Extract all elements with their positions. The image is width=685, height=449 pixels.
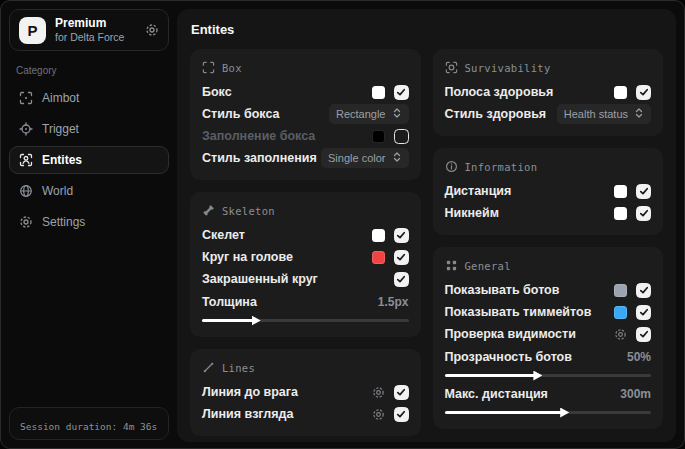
session-duration: Session duration: 4m 36s — [9, 407, 169, 440]
sidebar-item-world[interactable]: World — [9, 177, 169, 205]
checkbox[interactable] — [636, 85, 651, 100]
bot-opacity-slider[interactable] — [445, 374, 652, 377]
slider-value: 1.5px — [378, 295, 409, 309]
sidebar-item-label: Entites — [42, 153, 82, 167]
sidebar-item-trigget[interactable]: Trigget — [9, 115, 169, 143]
setting-label: Толщина — [202, 295, 257, 309]
app-window: P Premium for Delta Force Category Aimbo… — [0, 0, 685, 449]
setting-label: Скелет — [202, 228, 245, 242]
setting-label: Линия взгляда — [202, 407, 293, 421]
setting-row: Полоса здоровья — [445, 81, 652, 103]
setting-row: Показывать ботов — [445, 279, 652, 301]
bone-icon — [202, 204, 215, 217]
color-swatch[interactable] — [372, 229, 385, 242]
setting-label: Никнейм — [445, 206, 499, 220]
box-corners-icon — [202, 61, 215, 74]
setting-row: Стиль заполнения Single color — [202, 147, 409, 169]
column-right: Survivability Полоса здоровья Стиль здор… — [433, 49, 664, 436]
setting-row: Линия до врага — [202, 381, 409, 403]
setting-row: Круг на голове — [202, 246, 409, 268]
checkbox[interactable] — [636, 206, 651, 221]
setting-label: Стиль бокса — [202, 107, 279, 121]
chevrons-up-down-icon — [634, 107, 644, 121]
category-label: Category — [16, 65, 162, 76]
color-swatch[interactable] — [614, 284, 627, 297]
color-swatch[interactable] — [372, 130, 385, 143]
color-swatch[interactable] — [614, 86, 627, 99]
color-swatch[interactable] — [372, 86, 385, 99]
max-distance-slider[interactable] — [445, 411, 652, 414]
sidebar-item-settings[interactable]: Settings — [9, 208, 169, 236]
setting-label: Стиль здоровья — [445, 107, 547, 121]
sidebar-item-label: Settings — [42, 215, 85, 229]
card-skeleton: Skeleton Скелет Круг на голове — [190, 192, 421, 337]
thickness-slider[interactable] — [202, 319, 409, 322]
setting-row: Скелет — [202, 224, 409, 246]
color-swatch[interactable] — [372, 251, 385, 264]
slider-value: 300m — [620, 387, 651, 401]
checkbox[interactable] — [394, 85, 409, 100]
card-survivability: Survivability Полоса здоровья Стиль здор… — [433, 49, 664, 136]
gear-icon — [19, 215, 33, 229]
grid-icon — [445, 259, 458, 272]
setting-label: Закрашенный круг — [202, 272, 318, 286]
sidebar-item-label: Trigget — [42, 122, 79, 136]
card-title: Information — [465, 161, 538, 173]
setting-label: Бокс — [202, 85, 232, 99]
brand-card: P Premium for Delta Force — [9, 9, 169, 51]
brand-subtitle: for Delta Force — [55, 31, 124, 44]
checkbox[interactable] — [636, 184, 651, 199]
page-title: Entites — [191, 22, 662, 37]
gear-icon[interactable] — [372, 408, 385, 421]
select-value: Rectangle — [336, 108, 386, 120]
checkbox[interactable] — [394, 228, 409, 243]
brand-text: Premium for Delta Force — [55, 16, 124, 44]
setting-row: Проверка видимости — [445, 323, 652, 345]
fill-style-select[interactable]: Single color — [321, 148, 408, 168]
slider-row: Прозрачность ботов 50% — [445, 347, 652, 377]
slider-row: Толщина 1.5px — [202, 292, 409, 322]
setting-label: Круг на голове — [202, 250, 293, 264]
checkbox[interactable] — [394, 250, 409, 265]
color-swatch[interactable] — [614, 185, 627, 198]
checkbox[interactable] — [394, 385, 409, 400]
gear-icon[interactable] — [614, 328, 627, 341]
gear-icon[interactable] — [372, 386, 385, 399]
color-swatch[interactable] — [614, 207, 627, 220]
setting-row: Линия взгляда — [202, 403, 409, 425]
sidebar-item-entites[interactable]: Entites — [9, 146, 169, 174]
card-title: Lines — [222, 362, 255, 374]
setting-row: Дистанция — [445, 180, 652, 202]
setting-row: Никнейм — [445, 202, 652, 224]
box-style-select[interactable]: Rectangle — [329, 104, 409, 124]
sidebar-item-label: World — [42, 184, 73, 198]
gear-icon[interactable] — [145, 23, 159, 37]
setting-label: Макс. дистанция — [445, 387, 548, 401]
color-swatch[interactable] — [614, 306, 627, 319]
card-title: Survivability — [465, 62, 551, 74]
checkbox[interactable] — [394, 129, 409, 144]
globe-icon — [19, 184, 33, 198]
select-value: Single color — [328, 152, 385, 164]
checkbox[interactable] — [636, 327, 651, 342]
setting-row: Стиль бокса Rectangle — [202, 103, 409, 125]
info-icon — [445, 160, 458, 173]
slider-row: Макс. дистанция 300m — [445, 384, 652, 414]
setting-label: Показывать тиммейтов — [445, 305, 592, 319]
sidebar-item-label: Aimbot — [42, 91, 79, 105]
setting-label: Показывать ботов — [445, 283, 560, 297]
column-left: Box Бокс Стиль бокса — [190, 49, 421, 436]
chevrons-up-down-icon — [392, 151, 402, 165]
checkbox[interactable] — [394, 407, 409, 422]
sidebar-item-aimbot[interactable]: Aimbot — [9, 84, 169, 112]
health-style-select[interactable]: Health status — [557, 104, 651, 124]
chevrons-up-down-icon — [392, 107, 402, 121]
checkbox[interactable] — [636, 283, 651, 298]
setting-label: Заполнение бокса — [202, 129, 315, 143]
card-lines: Lines Линия до врага — [190, 349, 421, 436]
setting-label: Проверка видимости — [445, 327, 576, 341]
checkbox[interactable] — [636, 305, 651, 320]
viewfinder-icon — [19, 91, 33, 105]
checkbox[interactable] — [394, 272, 409, 287]
person-scan-icon — [19, 153, 33, 167]
